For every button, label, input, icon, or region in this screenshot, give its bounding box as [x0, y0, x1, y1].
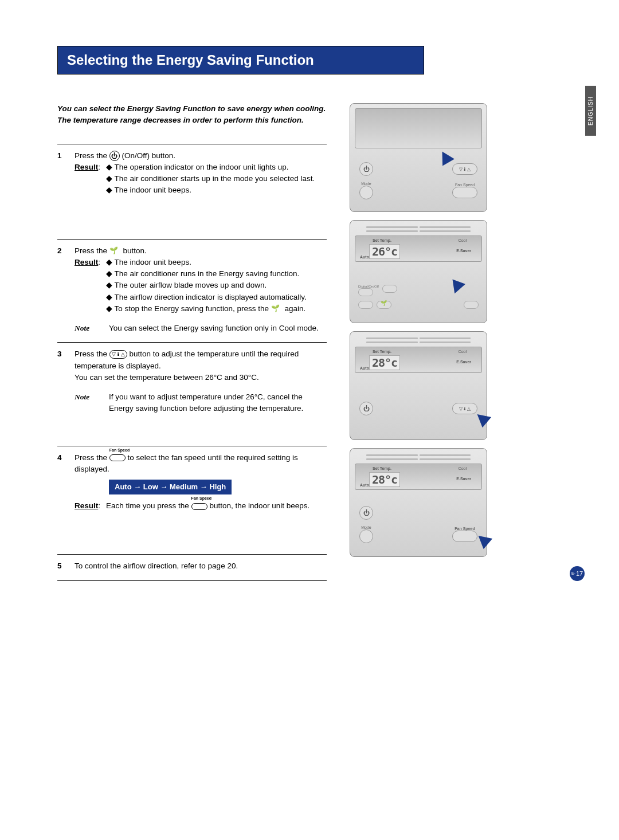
bullet: The operation indicator on the indoor un… [106, 162, 315, 173]
remote-illustration-3: Set Temp. Cool 28°c E.Saver Auto ⏻ ▽🌡△ [350, 331, 487, 440]
small-button-icon [358, 288, 373, 296]
step4-text-a: Press the [75, 453, 109, 462]
temp-adjust-icon: ▽🌡△ [109, 350, 127, 359]
temp-display: 28°c [369, 472, 400, 487]
esaver-label: E.Saver [456, 249, 471, 253]
bullet: The indoor unit beeps. [106, 257, 307, 268]
step-number: 3 [57, 348, 65, 437]
note-text: You can select the Energy saving functio… [109, 323, 319, 334]
temp-display: 26°c [369, 244, 400, 259]
temp-button-icon: ▽🌡△ [452, 403, 477, 414]
result-label: Result [75, 258, 98, 266]
cool-label: Cool [459, 350, 467, 354]
remote-illustration-2: Set Temp. Cool 26°c E.Saver Auto Digital… [350, 220, 487, 323]
power-button-icon: ⏻ [359, 402, 373, 415]
step4-result-a: Each time you press the [106, 501, 191, 510]
remote-illustration-1: ⏻ ▽🌡△ Mode Fan Speed [350, 103, 487, 212]
auto-label: Auto [360, 255, 369, 259]
fanspeed-label: Fan Speed [191, 496, 207, 502]
mode-button-icon [359, 186, 373, 199]
set-temp-label: Set Temp. [373, 238, 391, 242]
cool-label: Cool [459, 238, 467, 242]
intro-text: You can select the Energy Saving Functio… [57, 103, 327, 127]
bullet: The indoor unit beeps. [106, 185, 315, 196]
illustrations-column: ⏻ ▽🌡△ Mode Fan Speed [350, 103, 487, 581]
energy-saving-icon [271, 305, 283, 313]
fanspeed-label: Fan Speed [455, 183, 475, 187]
page-title: Selecting the Energy Saving Function [57, 46, 424, 74]
bullet: The air conditioner starts up in the mod… [106, 173, 315, 185]
step-5: 5 To control the airflow direction, refe… [57, 554, 327, 580]
mode-label: Mode [361, 525, 371, 529]
esaver-label: E.Saver [456, 477, 471, 481]
fan-speed-sequence: Auto → Low → Medium → High [109, 480, 232, 494]
step5-text: To control the airflow direction, refer … [75, 562, 238, 570]
page-prefix: E- [571, 571, 575, 575]
step-1: 1 Press the (On/Off) button. Result: The… [57, 144, 327, 239]
power-button-icon: ⏻ [359, 162, 373, 176]
energy-saving-button-icon: 🌱 [377, 301, 391, 309]
energy-saving-icon [109, 247, 121, 255]
step-3: 3 Press the ▽🌡△ button to adjust the tem… [57, 342, 327, 445]
bullet: The air conditioner runs in the Energy s… [106, 268, 307, 280]
step1-results: The operation indicator on the indoor un… [106, 162, 315, 197]
step2-text-a: Press the [75, 246, 109, 255]
power-button-icon: ⏻ [359, 506, 373, 520]
remote-illustration-4: Set Temp. Cool 28°c E.Saver Auto ⏻ Mode [350, 448, 487, 557]
step1-text-a: Press the [75, 151, 109, 160]
power-icon [109, 151, 120, 161]
result-label: Result [75, 163, 98, 171]
cool-label: Cool [459, 466, 467, 470]
step-number: 5 [57, 560, 65, 572]
fanspeed-button-icon [452, 187, 477, 198]
instructions-column: You can select the Energy Saving Functio… [57, 103, 327, 581]
step1-text-b: (On/Off) button. [122, 151, 176, 160]
intro-line2: The temperature range decreases in order… [57, 116, 304, 124]
intro-line1: You can select the Energy Saving Functio… [57, 104, 326, 113]
fanspeed-label: Fan Speed [455, 527, 475, 531]
result-label: Result [75, 501, 98, 510]
step-number: 4 [57, 452, 65, 547]
bullet-text-a: To stop the Energy saving function, pres… [115, 304, 271, 313]
page-number: E-17 [570, 566, 585, 581]
step3-text-c: You can set the temperature between 26°C… [75, 372, 327, 383]
auto-label: Auto [360, 483, 369, 487]
step2-results: The indoor unit beeps. The air condition… [106, 257, 307, 315]
digital-label: Digital/On/Off [358, 285, 379, 288]
set-temp-label: Set Temp. [373, 350, 391, 354]
fanspeed-label: Fan Speed [109, 448, 126, 454]
temp-display: 28°c [369, 355, 400, 370]
set-temp-label: Set Temp. [373, 466, 391, 470]
auto-label: Auto [360, 366, 369, 370]
fan-speed-icon [191, 503, 207, 510]
temp-button-icon: ▽🌡△ [452, 163, 477, 175]
fan-speed-icon [109, 454, 126, 461]
step2-text-b: button. [123, 246, 147, 255]
small-button-icon [358, 301, 373, 309]
step-2: 2 Press the button. Result: The indoor u… [57, 239, 327, 343]
step-number: 2 [57, 245, 65, 335]
note-text: If you want to adjust temperature under … [109, 391, 327, 415]
bullet: The outer airflow blade moves up and dow… [106, 280, 307, 291]
bullet-text-b: again. [284, 304, 305, 313]
step-number: 1 [57, 150, 65, 231]
step4-result-b: button, the indoor unit beeps. [209, 501, 310, 510]
step3-text-a: Press the [75, 350, 109, 358]
esaver-label: E.Saver [456, 360, 471, 364]
language-tab: ENGLISH [585, 86, 596, 136]
bullet: To stop the Energy saving function, pres… [106, 303, 307, 315]
page-num-value: 17 [576, 570, 583, 577]
step-4: 4 Press the Fan Speed to select the fan … [57, 446, 327, 555]
note-label: Note [75, 323, 103, 334]
small-button-icon [464, 301, 479, 309]
small-button-icon [382, 285, 397, 293]
mode-button-icon [359, 529, 373, 543]
note-label: Note [75, 391, 103, 415]
bullet: The airflow direction indicator is displ… [106, 292, 307, 303]
mode-label: Mode [361, 182, 371, 186]
